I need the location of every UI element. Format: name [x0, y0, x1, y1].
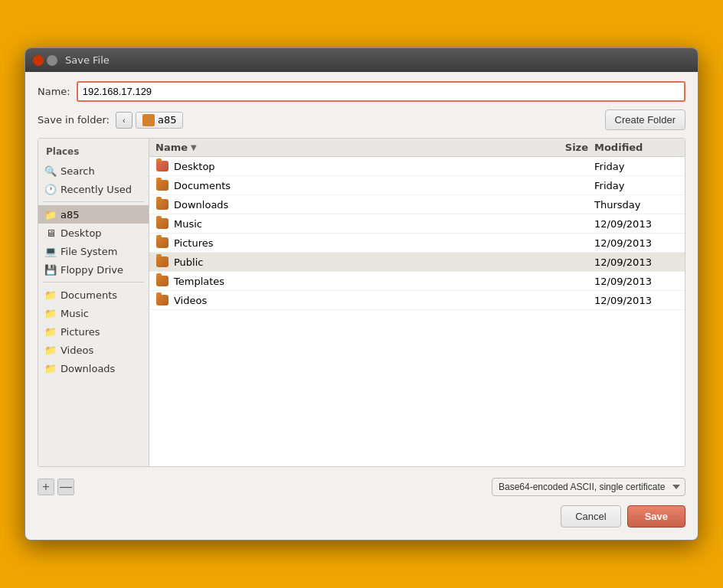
table-row[interactable]: Public 12/09/2013 [149, 253, 685, 272]
file-name-desktop: Desktop [174, 161, 548, 172]
files-panel: Name ▼ Size Modified Desktop Friday [149, 139, 685, 466]
file-name-public: Public [174, 256, 548, 268]
file-modified-music: 12/09/2013 [594, 218, 679, 230]
file-modified-templates: 12/09/2013 [594, 276, 679, 287]
file-icon-templates [155, 275, 169, 287]
column-name-header[interactable]: Name ▼ [155, 142, 548, 153]
file-name-templates: Templates [174, 276, 548, 287]
floppy-icon: 💾 [44, 263, 57, 276]
places-divider-2 [43, 282, 144, 283]
sidebar-item-desktop-label: Desktop [61, 227, 102, 239]
file-icon-downloads [155, 198, 169, 211]
videos-icon: 📁 [44, 344, 57, 356]
name-label: Name: [38, 86, 70, 97]
bottom-row: + — Base64-encoded ASCII, single certifi… [38, 475, 685, 499]
file-modified-documents: Friday [594, 180, 679, 191]
places-header: Places [38, 145, 149, 162]
sidebar-item-music-label: Music [61, 308, 89, 319]
file-name-pictures: Pictures [174, 237, 548, 249]
close-button[interactable] [33, 55, 44, 66]
file-modified-videos: 12/09/2013 [594, 295, 679, 306]
file-modified-public: 12/09/2013 [594, 256, 679, 268]
sidebar-item-filesystem-label: File System [61, 246, 117, 257]
table-row[interactable]: Templates 12/09/2013 [149, 272, 685, 291]
save-file-dialog: Save File Name: Save in folder: ‹ a85 Cr… [25, 47, 698, 541]
downloads-icon: 📁 [44, 362, 57, 374]
pictures-icon: 📁 [44, 325, 57, 338]
format-select[interactable]: Base64-encoded ASCII, single certificate… [492, 478, 685, 496]
file-browser: Places 🔍 Search 🕐 Recently Used 📁 a85 🖥 … [38, 138, 685, 467]
a85-folder-icon: 📁 [44, 208, 57, 220]
table-row[interactable]: Music 12/09/2013 [149, 214, 685, 234]
sidebar-item-desktop[interactable]: 🖥 Desktop [38, 224, 149, 242]
file-icon-videos [155, 294, 169, 306]
sidebar-item-search-label: Search [61, 165, 95, 177]
filesystem-icon: 💻 [44, 245, 57, 257]
music-icon: 📁 [44, 307, 57, 319]
folder-chip-icon [142, 114, 155, 126]
sidebar-item-recently-used-label: Recently Used [61, 184, 132, 195]
file-name-downloads: Downloads [174, 199, 548, 211]
sidebar-item-recently-used[interactable]: 🕐 Recently Used [38, 180, 149, 198]
search-icon: 🔍 [44, 165, 57, 177]
column-modified-header[interactable]: Modified [594, 142, 679, 153]
file-icon-public [155, 256, 169, 268]
sidebar-item-videos[interactable]: 📁 Videos [38, 341, 149, 359]
sidebar-item-pictures[interactable]: 📁 Pictures [38, 322, 149, 341]
column-size-header[interactable]: Size [548, 142, 594, 153]
action-buttons: Cancel Save [38, 499, 685, 531]
folder-label: Save in folder: [38, 114, 110, 126]
add-place-button[interactable]: + [38, 479, 54, 495]
sidebar-item-documents[interactable]: 📁 Documents [38, 286, 149, 304]
file-icon-documents [155, 179, 169, 191]
desktop-icon: 🖥 [44, 227, 57, 239]
places-panel: Places 🔍 Search 🕐 Recently Used 📁 a85 🖥 … [38, 139, 149, 466]
sidebar-item-videos-label: Videos [61, 345, 93, 356]
folder-row-left: Save in folder: ‹ a85 [38, 112, 183, 129]
current-folder-name: a85 [158, 114, 177, 126]
dialog-body: Name: Save in folder: ‹ a85 Create Folde… [25, 72, 698, 540]
nav-back-button[interactable]: ‹ [116, 112, 132, 129]
file-name-music: Music [174, 218, 548, 230]
sidebar-item-downloads[interactable]: 📁 Downloads [38, 359, 149, 377]
file-icon-pictures [155, 237, 169, 249]
sidebar-item-a85[interactable]: 📁 a85 [38, 205, 149, 224]
files-header: Name ▼ Size Modified [149, 139, 685, 157]
file-icon-music [155, 217, 169, 230]
file-modified-pictures: 12/09/2013 [594, 237, 679, 249]
save-button[interactable]: Save [627, 505, 685, 528]
file-modified-desktop: Friday [594, 161, 679, 172]
minimize-button[interactable] [47, 55, 57, 66]
table-row[interactable]: Pictures 12/09/2013 [149, 234, 685, 253]
sidebar-item-downloads-label: Downloads [61, 363, 115, 374]
file-name-documents: Documents [174, 180, 548, 191]
places-divider-1 [43, 201, 144, 202]
recently-used-icon: 🕐 [44, 183, 57, 195]
sidebar-item-floppy-label: Floppy Drive [61, 264, 123, 276]
cancel-button[interactable]: Cancel [561, 505, 620, 528]
sidebar-item-filesystem[interactable]: 💻 File System [38, 242, 149, 260]
table-row[interactable]: Downloads Thursday [149, 195, 685, 214]
sidebar-item-pictures-label: Pictures [61, 326, 100, 338]
remove-place-button[interactable]: — [57, 479, 74, 495]
file-name-videos: Videos [174, 295, 548, 306]
window-controls [33, 55, 57, 66]
file-icon-desktop [155, 160, 169, 172]
documents-icon: 📁 [44, 289, 57, 301]
create-folder-button[interactable]: Create Folder [605, 109, 685, 130]
name-input[interactable] [77, 81, 685, 102]
file-modified-downloads: Thursday [594, 199, 679, 211]
sidebar-item-documents-label: Documents [61, 289, 117, 301]
bottom-left-controls: + — [38, 479, 74, 495]
table-row[interactable]: Videos 12/09/2013 [149, 291, 685, 310]
sidebar-item-search[interactable]: 🔍 Search [38, 162, 149, 180]
folder-row: Save in folder: ‹ a85 Create Folder [38, 109, 685, 130]
current-folder-chip[interactable]: a85 [136, 112, 184, 129]
sort-arrow-icon: ▼ [191, 143, 197, 152]
title-bar: Save File [25, 48, 698, 72]
name-row: Name: [38, 81, 685, 102]
sidebar-item-floppy[interactable]: 💾 Floppy Drive [38, 260, 149, 279]
sidebar-item-music[interactable]: 📁 Music [38, 304, 149, 322]
table-row[interactable]: Documents Friday [149, 176, 685, 195]
table-row[interactable]: Desktop Friday [149, 157, 685, 176]
